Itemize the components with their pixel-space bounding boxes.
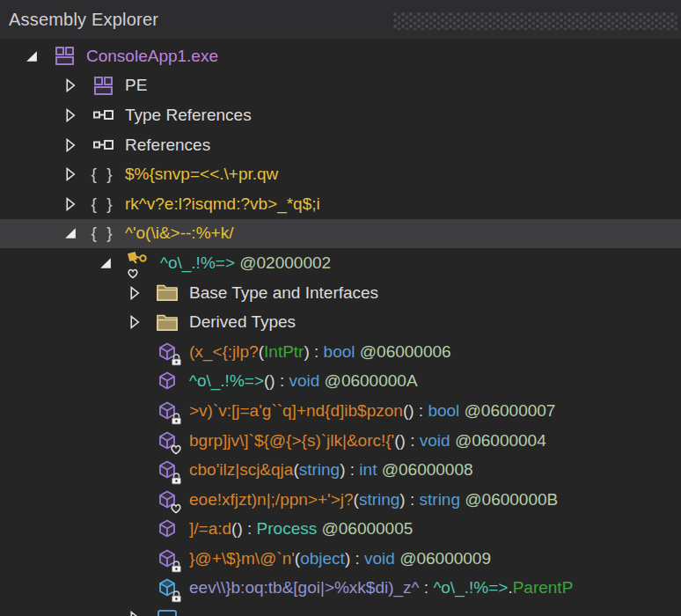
tree-item-class[interactable]: ^o\_.!%=> @02000002 xyxy=(0,248,681,278)
lock-badge-icon xyxy=(171,561,182,573)
tree-item-namespace-2[interactable]: { }rk^v?e:l?isqmd:?vb>_*q$;i xyxy=(0,189,681,219)
namespace-icon: { } xyxy=(92,192,114,216)
tree-item-references[interactable]: References xyxy=(0,130,681,160)
node-label: eoe!xfjzt)n|;/ppn>+'>j?(string) : string… xyxy=(189,490,558,510)
tree-item-method-06000006[interactable]: (x_<{:jlp?(IntPtr) : bool @06000006 xyxy=(0,337,681,367)
tree-item-ctor-0600000a[interactable]: ^o\_.!%=>() : void @0600000A xyxy=(0,367,681,397)
node-label: Derived Types xyxy=(189,312,296,332)
expander-expanded-icon[interactable] xyxy=(99,256,127,270)
assembly-tree: ConsoleApp1.exePEType ReferencesReferenc… xyxy=(0,39,681,616)
tree-item-derived-types[interactable]: Derived Types xyxy=(0,307,681,337)
node-label: }@+\$}m\@`n'(object) : void @06000009 xyxy=(189,549,491,568)
tree-item-consoleapp1-exe[interactable]: ConsoleApp1.exe xyxy=(0,41,681,71)
node-label: ^'o(\i&>--:%+k/ xyxy=(125,224,233,243)
node-label: eev\\}b:oq:tb&[goi|>%xk$di)_z^ : ^o\_.!%… xyxy=(189,578,573,598)
tree-item-namespace-1[interactable]: { }$%{snvp=<<.\+pr.qw xyxy=(0,159,681,189)
grip-dots[interactable] xyxy=(393,12,677,30)
expander-collapsed-icon[interactable] xyxy=(63,138,92,152)
folder-icon xyxy=(156,281,179,304)
node-label: ConsoleApp1.exe xyxy=(86,47,218,66)
expander-collapsed-icon[interactable] xyxy=(128,315,156,329)
expander-expanded-icon[interactable] xyxy=(63,226,92,240)
method-icon xyxy=(156,546,179,570)
method-icon xyxy=(156,458,179,482)
folder-icon xyxy=(156,311,179,334)
assembly-icon xyxy=(92,74,114,98)
node-label: PE xyxy=(125,76,147,95)
tree-item-partial[interactable] xyxy=(0,603,681,616)
tree-item-method-06000004[interactable]: bgrp]jv\]`${@{>{s)`jlk|&orc!{'() : void … xyxy=(0,426,681,456)
node-label: $%{snvp=<<.\+pr.qw xyxy=(125,165,278,184)
expander-collapsed-icon[interactable] xyxy=(128,286,156,300)
namespace-icon: { } xyxy=(92,222,114,246)
namespace-icon: { } xyxy=(92,163,114,187)
method-icon xyxy=(156,340,179,363)
tree-item-type-references[interactable]: Type References xyxy=(0,100,681,130)
tree-item-pe[interactable]: PE xyxy=(0,71,681,101)
node-label: bgrp]jv\]`${@{>{s)`jlk|&orc!{'() : void … xyxy=(189,431,546,451)
tree-item-base-type-and-interfaces[interactable]: Base Type and Interfaces xyxy=(0,278,681,308)
method-icon xyxy=(156,488,179,511)
node-label: ^o\_.!%=>() : void @0600000A xyxy=(189,371,418,391)
tree-item-method-06000007[interactable]: >v)`v:[j=a'g``q]+nd{d]ib$pzon() : bool @… xyxy=(0,396,681,426)
assembly-icon xyxy=(53,44,76,68)
expander-collapsed-icon[interactable] xyxy=(63,167,92,181)
reference-icon xyxy=(92,133,114,157)
heart-badge-icon xyxy=(170,444,182,455)
lock-badge-icon xyxy=(171,590,182,603)
tree-item-namespace-3[interactable]: { }^'o(\i&>--:%+k/ xyxy=(0,219,681,249)
tree-item-method-06000008[interactable]: cbo'ilz|scj&qja(string) : int @06000008 xyxy=(0,455,681,485)
expander-expanded-icon[interactable] xyxy=(25,49,53,63)
rect-icon xyxy=(156,606,179,616)
tree-item-method-06000009[interactable]: }@+\$}m\@`n'(object) : void @06000009 xyxy=(0,544,681,574)
reference-icon xyxy=(92,103,114,127)
node-label: >v)`v:[j=a'g``q]+nd{d]ib$pzon() : bool @… xyxy=(189,401,555,421)
node-label: cbo'ilz|scj&qja(string) : int @06000008 xyxy=(189,460,473,480)
node-label: rk^v?e:l?isqmd:?vb>_*q$;i xyxy=(125,194,320,214)
panel-title: Assembly Explorer xyxy=(0,10,158,30)
node-label: (x_<{:jlp?(IntPtr) : bool @06000006 xyxy=(189,342,451,362)
class-icon xyxy=(127,251,150,275)
tree-item-method-06000005[interactable]: ]/=a:d() : Process @06000005 xyxy=(0,515,681,545)
node-label: Base Type and Interfaces xyxy=(189,283,378,303)
node-label: Type References xyxy=(125,106,252,125)
tree-item-field[interactable]: eev\\}b:oq:tb&[goi|>%xk$di)_z^ : ^o\_.!%… xyxy=(0,574,681,604)
expander-collapsed-icon[interactable] xyxy=(128,611,156,616)
method-icon xyxy=(156,429,179,452)
method-icon xyxy=(156,370,179,393)
method-icon xyxy=(156,399,179,422)
node-label: ^o\_.!%=> @02000002 xyxy=(160,253,331,273)
field-icon xyxy=(156,576,179,600)
heart-badge-icon xyxy=(170,502,182,514)
method-icon xyxy=(156,517,179,541)
panel-titlebar[interactable]: Assembly Explorer xyxy=(0,0,681,39)
node-label: References xyxy=(125,136,210,155)
lock-badge-icon xyxy=(171,413,182,425)
lock-badge-icon xyxy=(171,473,182,485)
heart-badge-icon xyxy=(127,268,139,279)
expander-collapsed-icon[interactable] xyxy=(63,197,92,211)
node-label: ]/=a:d() : Process @06000005 xyxy=(189,519,413,539)
tree-item-method-0600000b[interactable]: eoe!xfjzt)n|;/ppn>+'>j?(string) : string… xyxy=(0,485,681,515)
expander-collapsed-icon[interactable] xyxy=(63,78,92,92)
lock-badge-icon xyxy=(171,354,182,366)
expander-collapsed-icon[interactable] xyxy=(63,108,92,122)
